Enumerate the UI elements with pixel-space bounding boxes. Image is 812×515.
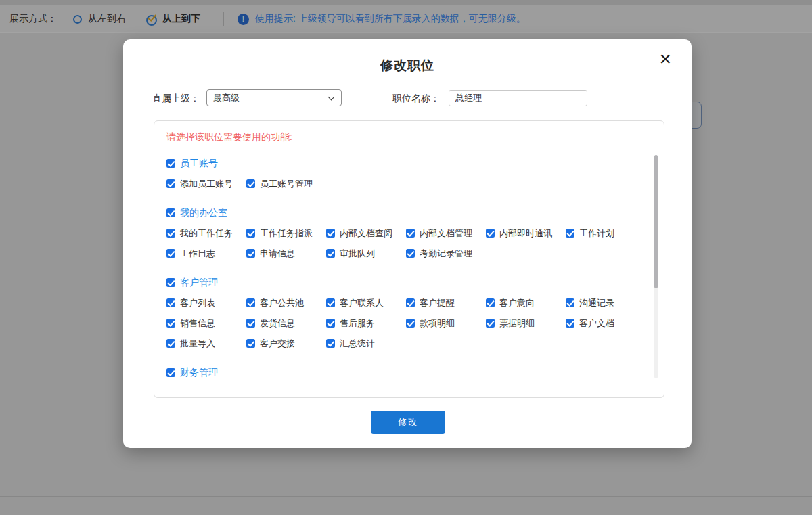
permissions-hint: 请选择该职位需要使用的功能: [166, 131, 644, 143]
checkbox-checked-icon[interactable] [166, 278, 175, 287]
permission-item-label: 客户交接 [260, 338, 295, 350]
permission-group-label: 员工账号 [180, 158, 218, 170]
permission-item-label: 发货信息 [260, 317, 295, 330]
checkbox-checked-icon[interactable] [326, 298, 335, 307]
checkbox-checked-icon[interactable] [326, 229, 335, 238]
permission-item[interactable]: 员工账号管理 [246, 178, 326, 190]
superior-select[interactable]: 最高级 [206, 89, 342, 106]
permission-item[interactable]: 工作日志 [166, 248, 246, 260]
permission-item[interactable]: 票据明细 [486, 317, 566, 330]
checkbox-checked-icon[interactable] [166, 368, 175, 377]
checkbox-checked-icon[interactable] [326, 249, 335, 258]
checkbox-checked-icon[interactable] [246, 229, 255, 238]
permission-item-label: 售后服务 [340, 317, 375, 330]
permission-item-label: 员工账号管理 [260, 178, 313, 190]
permission-item-label: 客户文档 [579, 317, 614, 330]
checkbox-checked-icon[interactable] [166, 179, 175, 188]
checkbox-checked-icon[interactable] [486, 298, 495, 307]
permission-item[interactable]: 工作计划 [566, 227, 646, 240]
checkbox-checked-icon[interactable] [406, 249, 415, 258]
checkbox-checked-icon[interactable] [166, 339, 175, 348]
permission-item[interactable]: 客户意向 [486, 297, 566, 309]
checkbox-checked-icon[interactable] [246, 298, 255, 307]
permission-item-label: 内部即时通讯 [499, 227, 552, 240]
permission-group-header[interactable]: 员工账号 [166, 158, 644, 169]
checkbox-checked-icon[interactable] [166, 319, 175, 328]
permission-item-label: 款项明细 [420, 317, 455, 330]
checkbox-checked-icon[interactable] [406, 229, 415, 238]
permission-row: 我的工作任务工作任务指派内部文档查阅内部文档管理内部即时通讯工作计划 [166, 227, 644, 239]
permission-item[interactable]: 内部文档管理 [406, 227, 486, 240]
permission-item-label: 工作日志 [180, 248, 215, 260]
permission-item[interactable]: 发货信息 [246, 317, 326, 330]
permission-group-label: 客户管理 [180, 277, 218, 289]
checkbox-checked-icon[interactable] [166, 298, 175, 307]
permission-item[interactable]: 客户联系人 [326, 297, 406, 309]
permission-item-label: 客户公共池 [260, 297, 304, 309]
permission-item[interactable]: 工作任务指派 [246, 227, 326, 240]
permission-groups: 员工账号添加员工账号员工账号管理我的办公室我的工作任务工作任务指派内部文档查阅内… [166, 158, 644, 378]
checkbox-checked-icon[interactable] [326, 319, 335, 328]
permission-item[interactable]: 客户列表 [166, 297, 246, 309]
permission-item-label: 沟通记录 [579, 297, 614, 309]
scrollbar-track[interactable] [654, 155, 658, 378]
permission-item[interactable]: 沟通记录 [566, 297, 646, 309]
permission-item-label: 审批队列 [340, 248, 375, 260]
checkbox-checked-icon[interactable] [166, 249, 175, 258]
checkbox-checked-icon[interactable] [246, 319, 255, 328]
permission-row: 销售信息发货信息售后服务款项明细票据明细客户文档 [166, 317, 644, 329]
checkbox-checked-icon[interactable] [246, 249, 255, 258]
permission-item[interactable]: 添加员工账号 [166, 178, 246, 190]
permission-item[interactable]: 客户提醒 [406, 297, 486, 309]
submit-button[interactable]: 修改 [371, 411, 445, 434]
scrollbar-thumb[interactable] [654, 155, 658, 288]
permission-item-label: 我的工作任务 [180, 227, 233, 240]
permission-item[interactable]: 客户公共池 [246, 297, 326, 309]
checkbox-checked-icon[interactable] [326, 339, 335, 348]
permission-item-label: 客户意向 [499, 297, 535, 309]
checkbox-checked-icon[interactable] [246, 339, 255, 348]
checkbox-checked-icon[interactable] [566, 298, 574, 307]
permission-item-label: 内部文档查阅 [340, 227, 392, 240]
close-icon[interactable]: × [659, 49, 671, 69]
permission-row: 客户列表客户公共池客户联系人客户提醒客户意向沟通记录 [166, 297, 644, 309]
permission-item[interactable]: 批量导入 [166, 338, 246, 350]
permission-group-header[interactable]: 财务管理 [166, 367, 644, 378]
permission-item[interactable]: 审批队列 [326, 248, 406, 260]
permission-item-label: 销售信息 [180, 317, 215, 330]
checkbox-checked-icon[interactable] [166, 208, 175, 217]
permission-item-label: 申请信息 [260, 248, 295, 260]
permission-item[interactable]: 售后服务 [326, 317, 406, 330]
checkbox-checked-icon[interactable] [166, 159, 175, 168]
checkbox-checked-icon[interactable] [246, 179, 255, 188]
permission-item[interactable]: 内部即时通讯 [486, 227, 566, 240]
permission-row: 批量导入客户交接汇总统计 [166, 338, 644, 349]
checkbox-checked-icon[interactable] [406, 319, 415, 328]
permission-item[interactable]: 汇总统计 [326, 338, 406, 350]
permission-item[interactable]: 内部文档查阅 [326, 227, 406, 240]
position-name-input[interactable] [449, 90, 587, 106]
checkbox-checked-icon[interactable] [566, 319, 574, 328]
permission-item[interactable]: 销售信息 [166, 317, 246, 330]
checkbox-checked-icon[interactable] [566, 229, 574, 238]
checkbox-checked-icon[interactable] [406, 298, 415, 307]
checkbox-checked-icon[interactable] [486, 319, 495, 328]
superior-select-value: 最高级 [213, 93, 240, 103]
permission-item[interactable]: 客户文档 [566, 317, 646, 330]
permission-group-header[interactable]: 我的办公室 [166, 207, 644, 219]
permission-group-label: 我的办公室 [180, 207, 227, 219]
permission-item[interactable]: 款项明细 [406, 317, 486, 330]
checkbox-checked-icon[interactable] [166, 229, 175, 238]
permission-item-label: 客户提醒 [420, 297, 455, 309]
permission-item-label: 批量导入 [180, 338, 215, 350]
superior-label: 直属上级： [152, 93, 200, 105]
permission-item[interactable]: 客户交接 [246, 338, 326, 350]
permission-group-header[interactable]: 客户管理 [166, 277, 644, 288]
permission-item-label: 汇总统计 [340, 338, 375, 350]
permission-row: 添加员工账号员工账号管理 [166, 178, 644, 189]
checkbox-checked-icon[interactable] [486, 229, 495, 238]
permission-item[interactable]: 考勤记录管理 [406, 248, 486, 260]
permission-row: 工作日志申请信息审批队列考勤记录管理 [166, 248, 644, 259]
permission-item[interactable]: 我的工作任务 [166, 227, 246, 240]
permission-item[interactable]: 申请信息 [246, 248, 326, 260]
